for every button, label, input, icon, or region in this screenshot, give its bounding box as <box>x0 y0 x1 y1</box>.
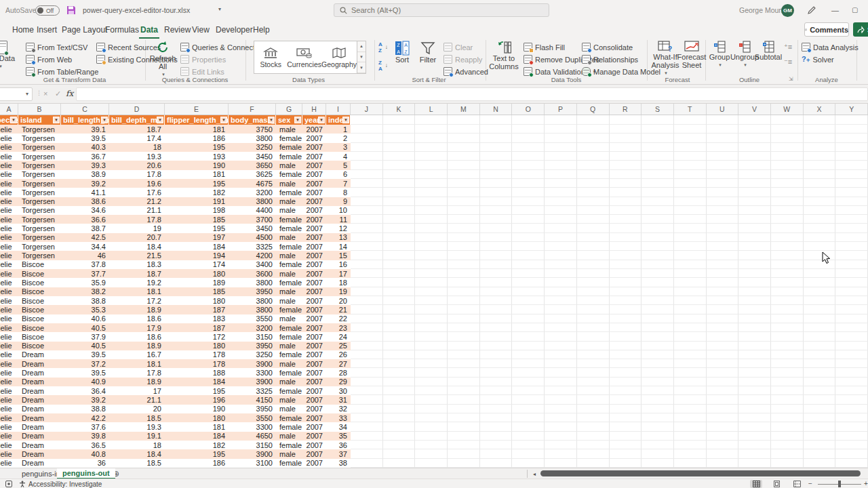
cell-species[interactable]: Adelie <box>0 215 18 224</box>
empty-cell[interactable] <box>771 233 804 242</box>
empty-cell[interactable] <box>610 206 642 215</box>
cell-sex[interactable]: female <box>276 413 302 422</box>
empty-cell[interactable] <box>512 242 545 251</box>
cell-year[interactable]: 2007 <box>302 405 326 413</box>
filter-dropdown-icon[interactable]: ▼ <box>220 117 227 123</box>
cell-year[interactable]: 2007 <box>302 386 326 395</box>
cell-body_mass_g[interactable]: 3800 <box>229 134 276 142</box>
empty-cell[interactable] <box>415 441 448 449</box>
ribbon-tab-view[interactable]: View <box>191 24 211 39</box>
data-analysis-button[interactable]: Data Analysis <box>802 42 859 52</box>
empty-cell[interactable] <box>707 197 739 206</box>
cell-bill_length_mm[interactable]: 36.5 <box>61 441 109 449</box>
empty-cell[interactable] <box>771 125 804 134</box>
empty-cell[interactable] <box>351 206 383 215</box>
empty-cell[interactable] <box>415 296 448 305</box>
empty-cell[interactable] <box>642 143 674 152</box>
empty-cell[interactable] <box>804 441 836 449</box>
filter-dropdown-icon[interactable]: ▼ <box>318 117 325 123</box>
empty-cell[interactable] <box>771 134 804 142</box>
cell-body_mass_g[interactable]: 3800 <box>229 296 276 305</box>
empty-cell[interactable] <box>707 143 739 152</box>
hide-detail-button[interactable]: ⁻≡ <box>784 57 792 67</box>
empty-cell[interactable] <box>835 179 868 188</box>
empty-cell[interactable] <box>738 206 771 215</box>
cell-bill_depth_mm[interactable]: 18 <box>109 143 165 152</box>
cell-bill_length_mm[interactable]: 39.5 <box>61 350 109 359</box>
cell-species[interactable]: Adelie <box>0 405 18 413</box>
empty-cell[interactable] <box>674 342 707 350</box>
gallery-more-icon[interactable]: ▼ <box>357 62 366 73</box>
cell-year[interactable]: 2007 <box>302 134 326 142</box>
cell-body_mass_g[interactable]: 3325 <box>229 386 276 395</box>
cell-species[interactable]: Adelie <box>0 287 18 296</box>
empty-cell[interactable] <box>480 251 513 260</box>
empty-cell[interactable] <box>448 296 480 305</box>
cell-flipper_length_mm[interactable]: 190 <box>165 405 229 413</box>
empty-cell[interactable] <box>545 161 577 169</box>
cell-index[interactable]: 13 <box>326 233 351 242</box>
cell-index[interactable]: 5 <box>326 161 351 169</box>
empty-cell[interactable] <box>415 242 448 251</box>
reapply-button[interactable]: Reapply <box>443 54 482 64</box>
empty-cell[interactable] <box>351 115 383 125</box>
empty-cell[interactable] <box>738 242 771 251</box>
view-page-break-button[interactable] <box>791 480 803 488</box>
document-title[interactable]: power-query-excel-editor-tour.xlsx <box>83 6 190 14</box>
cell-flipper_length_mm[interactable]: 180 <box>165 342 229 350</box>
empty-cell[interactable] <box>577 269 610 278</box>
cell-flipper_length_mm[interactable]: 181 <box>165 170 229 179</box>
empty-cell[interactable] <box>610 115 642 125</box>
empty-cell[interactable] <box>707 260 739 269</box>
empty-cell[interactable] <box>383 215 416 224</box>
column-header-B[interactable]: B <box>18 104 61 115</box>
cell-flipper_length_mm[interactable]: 181 <box>165 422 229 431</box>
empty-cell[interactable] <box>448 378 480 386</box>
empty-cell[interactable] <box>512 342 545 350</box>
cell-sex[interactable]: female <box>276 305 302 314</box>
empty-cell[interactable] <box>738 233 771 242</box>
ribbon-tab-help[interactable]: Help <box>252 24 271 39</box>
cell-sex[interactable]: female <box>276 350 302 359</box>
cell-index[interactable]: 26 <box>326 350 351 359</box>
empty-cell[interactable] <box>351 459 383 468</box>
empty-cell[interactable] <box>545 449 577 458</box>
empty-cell[interactable] <box>415 161 448 169</box>
empty-cell[interactable] <box>383 441 416 449</box>
gallery-scroll[interactable]: ▲▼▼ <box>357 41 366 74</box>
empty-cell[interactable] <box>545 215 577 224</box>
cell-sex[interactable]: male <box>276 359 302 368</box>
table-header-index[interactable]: index▼ <box>326 115 351 125</box>
cell-bill_length_mm[interactable]: 42.2 <box>61 413 109 422</box>
empty-cell[interactable] <box>804 287 836 296</box>
cell-year[interactable]: 2007 <box>302 459 326 468</box>
empty-cell[interactable] <box>383 449 416 458</box>
stocks-button[interactable]: Stocks <box>254 41 287 73</box>
empty-cell[interactable] <box>383 143 416 152</box>
empty-cell[interactable] <box>480 386 513 395</box>
cell-flipper_length_mm[interactable]: 195 <box>165 386 229 395</box>
cell-sex[interactable]: male <box>276 197 302 206</box>
empty-cell[interactable] <box>545 269 577 278</box>
cell-index[interactable]: 17 <box>326 269 351 278</box>
empty-cell[interactable] <box>642 432 674 441</box>
empty-cell[interactable] <box>415 188 448 197</box>
cell-body_mass_g[interactable]: 3250 <box>229 350 276 359</box>
cell-sex[interactable]: male <box>276 125 302 134</box>
empty-cell[interactable] <box>415 413 448 422</box>
empty-cell[interactable] <box>835 332 868 341</box>
cell-sex[interactable]: male <box>276 395 302 404</box>
empty-cell[interactable] <box>351 197 383 206</box>
cell-bill_depth_mm[interactable]: 18.9 <box>109 378 165 386</box>
empty-cell[interactable] <box>448 332 480 341</box>
empty-cell[interactable] <box>771 197 804 206</box>
empty-cell[interactable] <box>577 152 610 161</box>
empty-cell[interactable] <box>610 215 642 224</box>
column-header-F[interactable]: F <box>229 104 276 115</box>
cell-year[interactable]: 2007 <box>302 161 326 169</box>
empty-cell[interactable] <box>577 459 610 468</box>
empty-cell[interactable] <box>804 432 836 441</box>
empty-cell[interactable] <box>448 413 480 422</box>
empty-cell[interactable] <box>383 422 416 431</box>
empty-cell[interactable] <box>738 287 771 296</box>
